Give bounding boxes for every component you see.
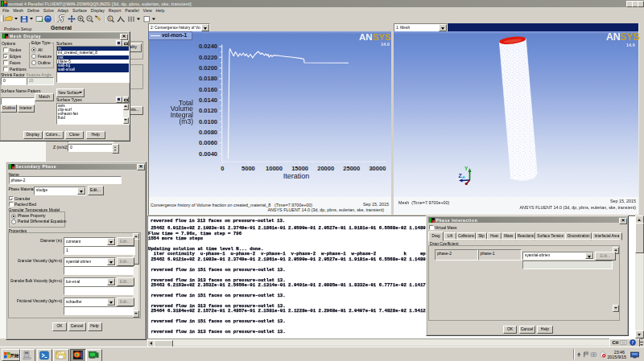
svg-text:?: ? [632,340,634,345]
svg-text:Z: Z [459,173,463,178]
svg-text:Y: Y [464,165,469,170]
